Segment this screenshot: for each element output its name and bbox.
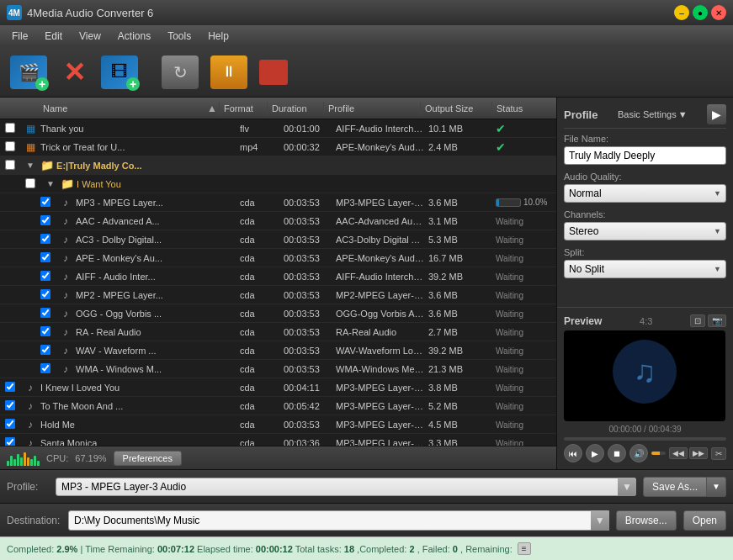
row-output-size: 10.1 MB <box>427 124 494 134</box>
row-duration: 00:00:32 <box>282 142 334 152</box>
row-format: cda <box>238 216 282 226</box>
row-profile: APE-Monkey's Audio ... <box>334 253 427 263</box>
preview-snapshot-button[interactable]: 📷 <box>708 314 726 327</box>
format-header[interactable]: Format <box>221 103 265 114</box>
split-select[interactable]: No Split By Size By Time <box>564 260 726 278</box>
row-output-size: 16.7 MB <box>427 253 494 263</box>
svg-text:♫: ♫ <box>634 354 656 388</box>
destination-bar: Destination: ▼ Browse... Open <box>0 503 733 536</box>
basic-settings-toggle[interactable]: Basic Settings ▼ <box>618 109 688 119</box>
duration-header[interactable]: Duration <box>269 103 321 114</box>
row-checkbox[interactable] <box>39 234 57 246</box>
titlebar: 4M 4Media Audio Converter 6 – ● ✕ <box>0 0 733 25</box>
failed-label: , Failed: <box>417 544 453 554</box>
row-checkbox[interactable] <box>39 308 57 320</box>
add-video-button[interactable]: 🎬 + <box>7 52 50 92</box>
row-checkbox[interactable] <box>39 345 57 357</box>
row-name: AC3 - Dolby Digital... <box>74 235 238 245</box>
expand-icon[interactable]: ▼ <box>22 161 39 170</box>
table-row: ♪ AAC - Advanced A... cda 00:03:53 AAC-A… <box>0 212 556 230</box>
preferences-button[interactable]: Preferences <box>114 451 182 466</box>
remaining-label: , Remaining: <box>460 544 513 554</box>
preview-aspect-button[interactable]: ⊡ <box>690 314 705 327</box>
close-button[interactable]: ✕ <box>711 5 726 20</box>
row-checkbox[interactable] <box>3 437 22 446</box>
row-checkbox[interactable] <box>39 197 57 209</box>
row-name: I Knew I Loved You <box>39 383 238 393</box>
open-button[interactable]: Open <box>683 510 726 531</box>
profile-header[interactable]: Profile <box>326 103 418 114</box>
row-checkbox[interactable] <box>24 178 42 190</box>
row-name: MP2 - MPEG Layer... <box>74 290 238 300</box>
folder-plus-icon: + <box>126 77 140 91</box>
preview-clip-button[interactable]: ✂ <box>711 447 726 460</box>
row-checkbox[interactable] <box>3 419 22 431</box>
split-select-wrapper: No Split By Size By Time <box>564 260 726 278</box>
convert-button[interactable]: ↻ <box>158 52 202 92</box>
row-format: cda <box>238 198 282 208</box>
output-size-header[interactable]: Output Size <box>422 103 490 114</box>
row-format: cda <box>238 420 282 430</box>
minimize-button[interactable]: – <box>674 5 689 20</box>
row-checkbox[interactable] <box>3 400 22 412</box>
row-checkbox[interactable] <box>39 326 57 338</box>
row-format: cda <box>238 327 282 337</box>
menu-actions[interactable]: Actions <box>109 28 159 45</box>
row-checkbox[interactable] <box>3 160 22 172</box>
table-row: ♪ WMA - Windows M... cda 00:03:53 WMA-Wi… <box>0 360 556 378</box>
expand-icon[interactable]: ▼ <box>42 179 59 188</box>
file-list-body[interactable]: ▦ Thank you flv 00:01:00 AIFF-Audio Inte… <box>0 119 556 446</box>
row-checkbox[interactable] <box>39 215 57 227</box>
preview-stop-button[interactable]: ⏹ <box>608 444 626 462</box>
destination-dropdown-arrow[interactable]: ▼ <box>591 510 609 531</box>
progress-percent: 2.9% <box>56 544 77 554</box>
row-checkbox[interactable] <box>3 382 22 394</box>
row-output-size: 3.6 MB <box>427 309 494 319</box>
row-checkbox[interactable] <box>39 363 57 375</box>
progress-bar: Completed: 2.9% | Time Remaining: 00:07:… <box>0 536 733 560</box>
row-checkbox[interactable] <box>39 271 57 283</box>
row-profile: MP3-MPEG Layer-3 A... <box>334 198 427 208</box>
preview-prev-button[interactable]: ⏮ <box>564 444 582 462</box>
file-name-input[interactable] <box>564 146 726 165</box>
row-checkbox[interactable] <box>39 252 57 264</box>
row-checkbox[interactable] <box>3 141 22 153</box>
progress-text: Completed: 2.9% | Time Remaining: 00:07:… <box>7 544 513 554</box>
time-remaining-label: | Time Remaining: <box>80 544 157 554</box>
menu-tools[interactable]: Tools <box>159 28 199 45</box>
row-format: cda <box>238 272 282 282</box>
menu-edit[interactable]: Edit <box>36 28 71 45</box>
preview-seekbar[interactable] <box>564 437 726 441</box>
add-folder-button[interactable]: 🎞 + <box>98 52 141 92</box>
menu-file[interactable]: File <box>3 28 36 45</box>
name-header[interactable]: Name <box>40 103 205 114</box>
stop-button[interactable] <box>256 56 291 88</box>
preview-play-button[interactable]: ▶ <box>586 444 604 462</box>
speed-up-button[interactable]: ▶▶ <box>689 447 708 459</box>
speed-down-button[interactable]: ◀◀ <box>669 447 688 459</box>
row-checkbox[interactable] <box>3 123 22 135</box>
table-row: ▦ Trick or Treat for U... mp4 00:00:32 A… <box>0 138 556 156</box>
profile-select[interactable]: MP3 - MPEG Layer-3 Audio AAC - Advanced … <box>56 478 636 496</box>
channels-select[interactable]: Stereo Mono <box>564 222 726 240</box>
time-remaining-value: 00:07:12 <box>157 544 194 554</box>
next-button[interactable]: ▶ <box>707 104 726 124</box>
preview-volume-slider[interactable] <box>651 452 666 455</box>
browse-button[interactable]: Browse... <box>616 510 677 531</box>
preview-section: Preview 4:3 ⊡ 📷 ♫ 00:00:00 / 00:04:39 <box>557 307 733 469</box>
audio-quality-select[interactable]: Normal High Low <box>564 184 726 203</box>
menu-help[interactable]: Help <box>199 28 237 45</box>
progress-log-button[interactable]: ≡ <box>518 542 531 555</box>
row-duration: 00:03:53 <box>282 309 334 319</box>
file-list: Name ▲ Format Duration Profile Output Si… <box>0 98 556 469</box>
pause-button[interactable]: ⏸ <box>207 52 251 92</box>
save-as-dropdown-button[interactable]: ▼ <box>707 477 726 497</box>
menu-view[interactable]: View <box>71 28 109 45</box>
preview-volume-button[interactable]: 🔊 <box>629 444 648 462</box>
remove-button[interactable]: ✕ <box>56 55 93 89</box>
status-header[interactable]: Status <box>494 103 553 114</box>
maximize-button[interactable]: ● <box>693 5 708 20</box>
row-checkbox[interactable] <box>39 289 57 301</box>
save-as-button[interactable]: Save As... <box>643 477 707 497</box>
destination-input[interactable] <box>68 510 609 531</box>
